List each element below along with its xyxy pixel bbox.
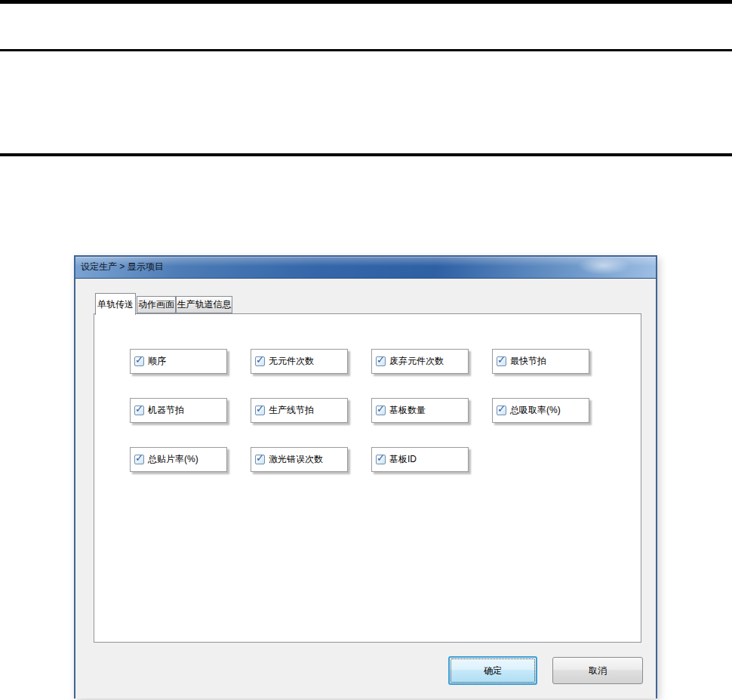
checkbox-checked-icon[interactable]: ✓ (497, 406, 506, 415)
display-item-laser-error-count[interactable]: ✓ 激光错误次数 (251, 447, 348, 472)
tab-label: 动作画面 (138, 298, 174, 311)
checkbox-checked-icon[interactable]: ✓ (376, 356, 386, 366)
display-item-sequence[interactable]: ✓ 顺序 (130, 349, 227, 374)
checkbox-checked-icon[interactable]: ✓ (376, 406, 386, 415)
display-item-label: 生产线节拍 (269, 404, 314, 417)
display-item-no-component-count[interactable]: ✓ 无元件次数 (251, 349, 348, 374)
display-item-line-takt[interactable]: ✓ 生产线节拍 (251, 398, 348, 423)
tab-production-track-info[interactable]: 生产轨道信息 (176, 296, 232, 313)
tab-single-rail-transfer[interactable]: 单轨传送 (95, 293, 136, 315)
cancel-button[interactable]: 取消 (552, 657, 643, 684)
tab-label: 单轨传送 (97, 298, 134, 311)
display-items-dialog: 设定生产 > 显示项目 单轨传送 动作画面 生产轨道信息 ✓ 顺序 ✓ 无元件次… (74, 255, 657, 698)
checkbox-checked-icon[interactable]: ✓ (255, 455, 265, 464)
display-item-total-placement-rate[interactable]: ✓ 总贴片率(%) (130, 447, 227, 472)
dialog-title: 设定生产 > 显示项目 (81, 257, 164, 277)
horizontal-rule-section (0, 153, 732, 156)
dialog-client-area: 单轨传送 动作画面 生产轨道信息 ✓ 顺序 ✓ 无元件次数 ✓ 废弃元件次数 (75, 279, 656, 698)
display-item-label: 最快节拍 (510, 355, 546, 368)
checkbox-checked-icon[interactable]: ✓ (134, 356, 144, 366)
checkbox-checked-icon[interactable]: ✓ (255, 356, 265, 366)
display-item-label: 总吸取率(%) (510, 404, 561, 417)
display-item-board-count[interactable]: ✓ 基板数量 (371, 398, 469, 423)
dialog-titlebar[interactable]: 设定生产 > 显示项目 (75, 257, 656, 279)
display-item-fastest-takt[interactable]: ✓ 最快节拍 (492, 349, 589, 374)
horizontal-rule-top (0, 0, 732, 4)
display-item-label: 总贴片率(%) (148, 453, 198, 466)
display-item-label: 基板数量 (389, 404, 426, 417)
display-item-label: 废弃元件次数 (389, 355, 444, 368)
display-item-label: 基板ID (389, 453, 417, 466)
checkbox-checked-icon[interactable]: ✓ (134, 455, 144, 464)
document-page: 设定生产 > 显示项目 单轨传送 动作画面 生产轨道信息 ✓ 顺序 ✓ 无元件次… (0, 0, 732, 700)
display-item-total-pickup-rate[interactable]: ✓ 总吸取率(%) (492, 398, 589, 423)
display-item-board-id[interactable]: ✓ 基板ID (371, 447, 469, 472)
display-item-label: 顺序 (148, 355, 166, 368)
checkbox-checked-icon[interactable]: ✓ (376, 455, 386, 464)
display-item-machine-takt[interactable]: ✓ 机器节拍 (130, 398, 227, 423)
checkbox-checked-icon[interactable]: ✓ (134, 406, 144, 415)
display-item-label: 激光错误次数 (269, 453, 323, 466)
checkbox-checked-icon[interactable]: ✓ (255, 406, 265, 415)
checkbox-checked-icon[interactable]: ✓ (497, 356, 506, 366)
display-item-label: 机器节拍 (148, 404, 184, 417)
display-item-discard-component-count[interactable]: ✓ 废弃元件次数 (371, 349, 469, 374)
tab-action-screen[interactable]: 动作画面 (137, 296, 176, 313)
tab-label: 生产轨道信息 (177, 298, 232, 311)
horizontal-rule-header (0, 49, 732, 51)
display-item-label: 无元件次数 (269, 355, 314, 368)
ok-button[interactable]: 确定 (448, 656, 537, 685)
